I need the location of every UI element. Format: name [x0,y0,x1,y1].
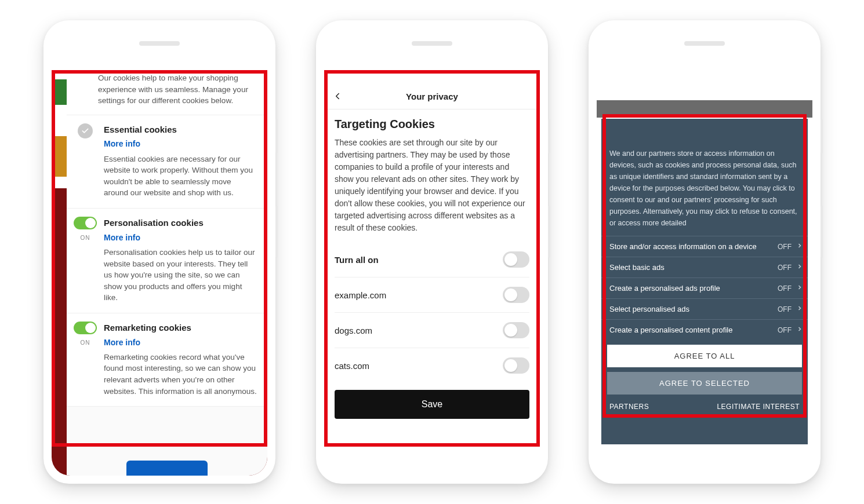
agree-to-all-button[interactable]: AGREE TO ALL [607,345,802,367]
purpose-label: Select basic ads [609,263,778,272]
purpose-row[interactable]: Store and/or access information on a dev… [601,236,808,257]
purpose-row[interactable]: Select personalised ads OFF [601,298,808,319]
phone3-bottom-white [597,444,812,476]
targeting-cookies-screen: Your privacy Targeting Cookies These coo… [324,67,540,476]
essential-cookies-section: Essential cookies More info Essential co… [67,115,267,209]
remarketing-description: Remarketing cookies record what you've f… [104,352,257,397]
phone3-graybar [597,100,812,118]
header-title: Your privacy [406,92,458,101]
domain-label: dogs.com [335,326,372,335]
purpose-state: OFF [778,243,792,251]
legitimate-interest-link[interactable]: LEGITIMATE INTEREST [717,403,800,411]
remarketing-toggle-state: ON [81,339,90,348]
domain-label: cats.com [335,361,369,371]
privacy-header: Your privacy [324,84,540,109]
cookie-intro-text: Our cookies help to make your shopping e… [67,67,267,115]
chevron-right-icon [796,263,803,272]
purpose-state: OFF [778,326,792,334]
save-button[interactable]: Save [335,390,529,419]
remarketing-toggle[interactable] [74,322,97,334]
check-icon [78,123,93,138]
domain-row: dogs.com [335,313,529,348]
chevron-right-icon [796,284,803,293]
phone-mockup-3: We and our partners store or access info… [589,20,821,484]
partners-link[interactable]: PARTNERS [609,403,649,411]
back-button[interactable] [332,91,343,103]
turn-all-on-toggle[interactable] [503,251,529,268]
targeting-paragraph: These cookies are set through our site b… [335,137,529,234]
essential-title: Essential cookies [104,123,257,136]
purpose-state: OFF [778,264,792,272]
personalisation-more-info-link[interactable]: More info [104,232,140,243]
personalisation-cookies-section: ON Personalisation cookies More info Per… [67,209,267,313]
domain-toggle[interactable] [503,322,529,338]
personalisation-description: Personalisation cookies help us to tailo… [104,247,257,304]
personalisation-title: Personalisation cookies [104,217,257,229]
chevron-right-icon [796,305,803,313]
domain-row: cats.com [335,348,529,383]
purpose-row[interactable]: Select basic ads OFF [601,257,808,277]
purpose-label: Select personalised ads [609,305,778,313]
purpose-label: Store and/or access information on a dev… [609,242,778,251]
domain-label: example.com [335,290,386,300]
purpose-row[interactable]: Create a personalised content profile OF… [601,319,808,340]
agree-to-selected-button[interactable]: AGREE TO SELECTED [607,372,802,395]
chevron-right-icon [796,242,803,251]
remarketing-cookies-section: ON Remarketing cookies More info Remarke… [67,313,267,407]
phone-mockup-2: Your privacy Targeting Cookies These coo… [316,20,548,484]
essential-more-info-link[interactable]: More info [104,138,140,149]
turn-all-on-label: Turn all on [335,255,379,265]
turn-all-on-row: Turn all on [335,242,529,277]
phone-mockup-1: Our cookies help to make your shopping e… [43,20,275,484]
domain-row: example.com [335,277,529,313]
save-preferences-button[interactable] [126,461,208,476]
remarketing-more-info-link[interactable]: More info [104,337,140,348]
consent-panel: We and our partners store or access info… [601,119,808,444]
purpose-label: Create a personalised ads profile [609,284,778,293]
consent-intro: We and our partners store or access info… [601,119,808,236]
targeting-heading: Targeting Cookies [335,118,529,131]
purpose-label: Create a personalised content profile [609,326,778,334]
chevron-right-icon [796,326,803,334]
domain-toggle[interactable] [503,287,529,303]
personalisation-toggle-state: ON [81,234,90,243]
purpose-state: OFF [778,305,792,313]
scrollbar-thumb[interactable] [803,223,807,240]
purpose-row[interactable]: Create a personalised ads profile OFF [601,277,808,298]
purpose-state: OFF [778,284,792,293]
essential-description: Essential cookies are necessary for our … [104,154,257,199]
cookie-settings-panel: Our cookies help to make your shopping e… [67,67,267,476]
remarketing-title: Remarketing cookies [104,322,257,334]
personalisation-toggle[interactable] [74,217,97,229]
domain-toggle[interactable] [503,357,529,374]
